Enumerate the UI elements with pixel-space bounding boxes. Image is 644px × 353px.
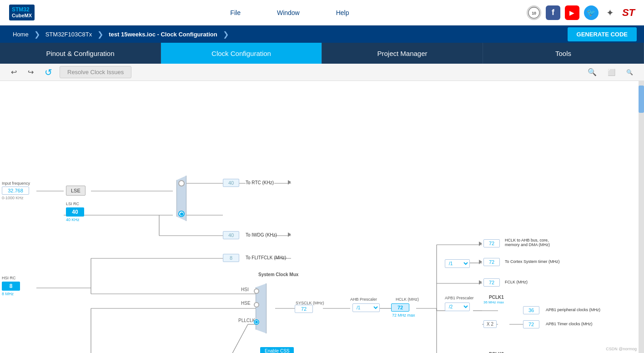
lse-block: LSE [66, 186, 86, 196]
svg-marker-61 [479, 260, 482, 264]
hclk-ahb-label: HCLK to AHB bus, core, memory and DMA (M… [505, 238, 550, 247]
logo-cubemx: CubeMX [12, 13, 32, 19]
fit-button[interactable]: ⬜ [604, 67, 619, 78]
svg-line-54 [214, 324, 248, 353]
hclk-value-box[interactable]: 72 [391, 303, 409, 312]
refresh-button[interactable]: ↺ [41, 65, 56, 80]
svg-marker-62 [479, 280, 482, 285]
sysclk-value-box[interactable]: 72 [295, 305, 313, 313]
logo-box: STM32 CubeMX [9, 5, 35, 21]
redo-button[interactable]: ↪ [24, 66, 37, 78]
diagram-svg [0, 81, 637, 353]
breadcrumb: Home ❯ STM32F103C8Tx ❯ test 15weeks.ioc … [0, 25, 644, 43]
network-icon[interactable]: ✦ [603, 5, 618, 20]
zoom-in-button[interactable]: 🔍 [584, 66, 600, 78]
lsi-value-box[interactable]: 40 [66, 207, 84, 217]
logo-stm32: STM32 [12, 6, 32, 13]
svg-marker-59 [288, 232, 291, 237]
clock-diagram: Input frequency 32.768 0-1000 KHz LSE LS… [0, 81, 639, 353]
undo-button[interactable]: ↩ [7, 66, 20, 78]
pllclk-mux-label: PLLCLK [238, 318, 255, 323]
tab-pinout[interactable]: Pinout & Configuration [0, 43, 161, 64]
tab-clock[interactable]: Clock Configuration [161, 43, 322, 64]
lse-radio[interactable] [178, 180, 185, 187]
breadcrumb-sep2: ❯ [97, 30, 103, 39]
breadcrumb-sep1: ❯ [34, 30, 40, 39]
pclk1-label: PCLK1 [489, 295, 504, 300]
tab-tools[interactable]: Tools [483, 43, 644, 64]
apb1-timer-x2: X 2 [483, 320, 497, 328]
rtc-label: To RTC (KHz) [246, 180, 274, 185]
input-freq-1-box[interactable]: 32.768 [2, 187, 29, 195]
youtube-icon[interactable]: ▶ [565, 5, 579, 20]
sysclk-mux-label: System Clock Mux [258, 272, 298, 277]
input-freq-1-range: 0-1000 KHz [2, 196, 24, 200]
svg-marker-58 [288, 180, 291, 185]
hsi-value-box[interactable]: 8 [2, 282, 20, 291]
fclk-value[interactable]: 72 [483, 278, 500, 287]
resolve-clock-button[interactable]: Resolve Clock Issues [60, 66, 131, 78]
scrollbar-thumb[interactable] [639, 86, 644, 113]
hclk-ahb-value[interactable]: 72 [483, 239, 500, 247]
hse-mux-radio[interactable] [254, 302, 259, 308]
cortex-timer-label-text: To Cortex System timer (MHz) [505, 259, 560, 264]
apb1-prescaler-select[interactable]: /2 /1 [445, 303, 470, 311]
hsi-rc-label: HSI RC [2, 276, 16, 280]
cortex-div-select[interactable]: /1 [445, 259, 470, 268]
fclk-label-text: FCLK (MHz) [505, 280, 528, 284]
tabs: Pinout & Configuration Clock Configurati… [0, 43, 644, 64]
hse-mux-label: HSE [241, 301, 251, 306]
hsi-mux-label: HSI [241, 287, 249, 292]
icon-10th: 10 [527, 5, 541, 20]
top-bar: STM32 CubeMX File Window Help 10 f ▶ 🐦 ✦… [0, 0, 644, 25]
toolbar: ↩ ↪ ↺ Resolve Clock Issues 🔍 ⬜ 🔍 [0, 64, 644, 81]
apb1-timer-value[interactable]: 72 [523, 320, 539, 328]
enable-css-button[interactable]: Enable CSS [260, 347, 294, 353]
iwdg-value-box[interactable]: 40 [223, 231, 239, 239]
input-freq-1-label: Input frequency [2, 181, 30, 186]
generate-code-button[interactable]: GENERATE CODE [568, 27, 637, 41]
ahb-prescaler-label: AHB Prescaler [350, 297, 377, 302]
flitf-value-box[interactable]: 8 [223, 254, 239, 262]
svg-text:10: 10 [532, 10, 536, 15]
cortex-timer-value[interactable]: 72 [483, 258, 500, 266]
scrollbar[interactable] [639, 81, 644, 353]
apb1-timer-label: APB1 Timer clocks (MHz) [546, 322, 593, 326]
iwdg-label: To IWDG (KHz) [246, 232, 277, 237]
hclk-max-label: 72 MHz max [392, 313, 415, 318]
lsi-rc-label: LSI RC [66, 202, 79, 206]
breadcrumb-home[interactable]: Home [7, 31, 34, 38]
hclk-mhz-label: HCLK (MHz) [396, 297, 419, 302]
pllclk-mux-radio[interactable] [254, 319, 259, 325]
twitter-icon[interactable]: 🐦 [584, 5, 599, 20]
rtc-value-box[interactable]: 40 [223, 179, 239, 187]
lsi-khz-label: 40 KHz [66, 217, 80, 222]
top-nav: File Window Help [53, 9, 527, 16]
apb1-periph-label: APB1 peripheral clocks (MHz) [546, 308, 600, 312]
nav-window[interactable]: Window [277, 9, 300, 16]
pclk1-max-label: 36 MHz max [483, 300, 504, 304]
flitf-label: To FLITFCLK (MHz) [246, 255, 286, 260]
hsi-mux-radio[interactable] [254, 288, 259, 294]
breadcrumb-project[interactable]: test 15weeks.ioc - Clock Configuration [103, 31, 222, 38]
apb1-prescaler-label: APB1 Prescaler [445, 296, 474, 300]
lsi-radio[interactable] [178, 211, 185, 217]
st-logo-icon: ST [622, 7, 635, 19]
hsi-mhz-label: 8 MHz [2, 292, 14, 296]
zoom-out-button[interactable]: 🔍 [623, 67, 637, 77]
breadcrumb-chip[interactable]: STM32F103C8Tx [40, 31, 98, 38]
tab-project[interactable]: Project Manager [322, 43, 483, 64]
breadcrumb-sep3: ❯ [223, 30, 229, 39]
apb1-periph-value[interactable]: 36 [523, 306, 539, 314]
facebook-icon[interactable]: f [546, 5, 560, 20]
footer-credit: CSDN @normog [606, 347, 637, 351]
ahb-prescaler-select[interactable]: /1 /2 [352, 303, 380, 312]
main-content: Input frequency 32.768 0-1000 KHz LSE LS… [0, 81, 644, 353]
svg-marker-60 [479, 242, 482, 246]
nav-help[interactable]: Help [336, 9, 349, 16]
logo: STM32 CubeMX [9, 5, 35, 21]
top-icons: 10 f ▶ 🐦 ✦ ST [527, 5, 635, 20]
nav-file[interactable]: File [230, 9, 241, 16]
